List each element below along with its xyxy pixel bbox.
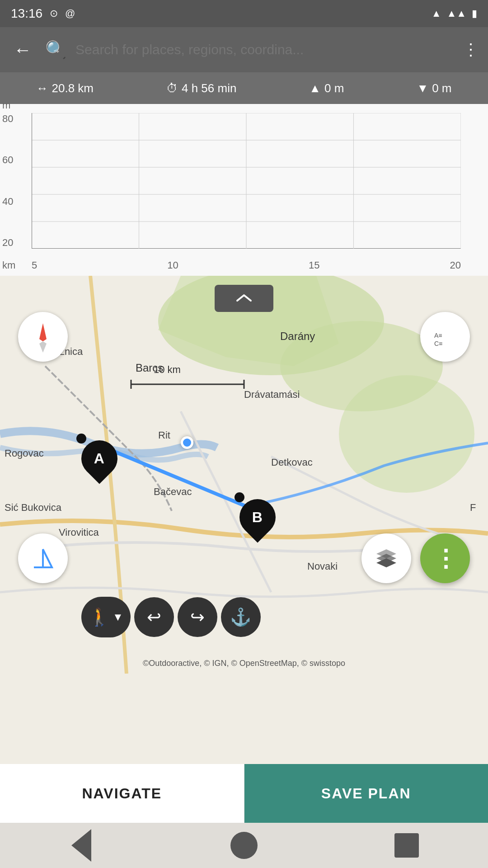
recent-nav-button[interactable] (389, 827, 425, 863)
elevation-chart: m 20 40 60 80 km 5 10 15 (0, 104, 488, 276)
record-icon: ⊙ (50, 8, 58, 19)
stat-descent: ▼ 0 m (417, 81, 451, 95)
y-label-40: 40 (2, 196, 13, 208)
svg-text:A≡: A≡ (434, 332, 442, 339)
distance-value: 20.8 km (52, 81, 94, 95)
duration-icon: ⏱ (166, 81, 178, 95)
x-label-5: 5 (32, 259, 37, 271)
distance-icon: ↔ (36, 81, 48, 95)
descent-icon: ▼ (417, 81, 428, 95)
bottom-actions: NAVIGATE SAVE PLAN (0, 764, 488, 823)
back-button[interactable]: ← (9, 40, 36, 60)
y-label-60: 60 (2, 154, 13, 166)
save-plan-button[interactable]: SAVE PLAN (244, 764, 488, 823)
redo-button[interactable]: ↪ (178, 597, 217, 637)
snap-road-button[interactable]: ⚓ (221, 597, 261, 637)
waypoint-a-label: A (94, 450, 104, 467)
svg-marker-22 (39, 323, 47, 341)
status-bar: 13:16 ⊙ @ ▲ ▲▲ ▮ (0, 0, 488, 27)
navigate-button[interactable]: NAVIGATE (0, 764, 244, 823)
battery-icon: ▮ (472, 8, 477, 19)
more-options-fab[interactable]: ⋮ (420, 533, 470, 583)
map-copyright: ©Outdooractive, © IGN, © OpenStreetMap, … (0, 659, 488, 668)
stat-ascent: ▲ 0 m (309, 81, 344, 95)
redo-icon: ↪ (190, 607, 205, 627)
duration-value: 4 h 56 min (182, 81, 236, 95)
at-icon: @ (65, 8, 75, 19)
search-bar: ← 🔍 ⋮ (0, 27, 488, 72)
signal-icon: ▲▲ (446, 8, 466, 19)
y-label-20: 20 (2, 237, 13, 249)
search-icon: 🔍 (45, 40, 66, 60)
y-axis-labels: 20 40 60 80 (2, 113, 13, 249)
ascent-icon: ▲ (309, 81, 321, 95)
x-axis-labels: 5 10 15 20 (32, 259, 461, 271)
descent-value: 0 m (432, 81, 451, 95)
x-label-20: 20 (450, 259, 461, 271)
map-area[interactable]: Križnica Barcs Darány Drávatamási Rogova… (0, 276, 488, 674)
waypoint-b-marker: B (239, 497, 276, 535)
gps-signal-button[interactable] (18, 533, 68, 583)
svg-marker-23 (39, 341, 47, 353)
undo-button[interactable]: ↩ (134, 597, 174, 637)
waypoint-a-marker: A (81, 439, 117, 476)
more-dots-icon: ⋮ (434, 547, 456, 570)
transport-mode-button[interactable]: 🚶 ▼ (81, 597, 131, 637)
more-options-button[interactable]: ⋮ (463, 40, 479, 59)
y-axis-unit: m (2, 99, 10, 111)
map-toolbar: 🚶 ▼ ↩ ↪ ⚓ (81, 597, 261, 637)
walk-icon: 🚶 (89, 607, 110, 627)
map-style-button[interactable]: A≡ C≡ (420, 312, 470, 362)
wifi-icon: ▲ (432, 8, 441, 19)
waypoint-b-label: B (252, 509, 263, 525)
dropdown-arrow: ▼ (113, 611, 123, 623)
home-nav-button[interactable] (226, 827, 262, 863)
stats-bar: ↔ 20.8 km ⏱ 4 h 56 min ▲ 0 m ▼ 0 m (0, 72, 488, 104)
svg-text:C≡: C≡ (434, 340, 442, 347)
y-label-80: 80 (2, 113, 13, 125)
search-input[interactable] (75, 42, 454, 57)
stat-distance: ↔ 20.8 km (36, 81, 94, 95)
x-label-15: 15 (309, 259, 319, 271)
x-label-10: 10 (167, 259, 178, 271)
x-axis-unit: km (2, 259, 15, 271)
undo-icon: ↩ (147, 607, 161, 627)
map-layers-button[interactable] (361, 533, 411, 583)
snap-icon: ⚓ (230, 607, 251, 627)
back-nav-button[interactable] (63, 827, 99, 863)
compass (18, 312, 68, 362)
status-time: 13:16 (11, 6, 42, 21)
stat-duration: ⏱ 4 h 56 min (166, 81, 236, 95)
ascent-value: 0 m (324, 81, 344, 95)
nav-bar (0, 823, 488, 868)
current-location-dot (181, 436, 193, 449)
collapse-button[interactable] (215, 285, 273, 312)
svg-marker-28 (376, 558, 396, 567)
